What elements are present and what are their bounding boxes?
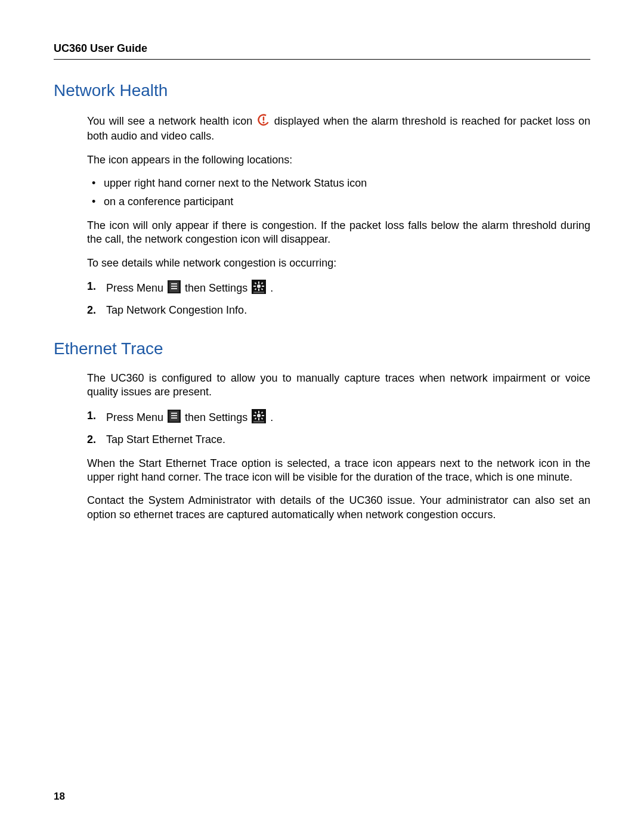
menu-icon xyxy=(168,280,181,297)
svg-rect-27 xyxy=(258,418,259,420)
step-list: Press Menu then Settings xyxy=(87,280,590,318)
paragraph: The UC360 is configured to allow you to … xyxy=(87,371,590,400)
list-item: Tap Start Ethernet Trace. xyxy=(87,433,590,447)
list-item: Press Menu then Settings xyxy=(87,409,590,427)
bullet-list: upper right hand corner next to the Netw… xyxy=(87,176,590,209)
svg-point-2 xyxy=(262,122,264,123)
svg-rect-21 xyxy=(171,413,177,414)
svg-rect-34 xyxy=(253,421,264,423)
svg-rect-6 xyxy=(171,286,177,287)
svg-rect-12 xyxy=(253,286,256,287)
svg-rect-5 xyxy=(171,283,177,284)
text: . xyxy=(270,411,273,423)
svg-rect-26 xyxy=(258,411,259,413)
list-item: on a conference participant xyxy=(87,195,590,209)
section-heading-ethernet-trace: Ethernet Trace xyxy=(54,338,590,360)
list-item: Tap Network Congestion Info. xyxy=(87,304,590,317)
section-body-ethernet-trace: The UC360 is configured to allow you to … xyxy=(87,371,590,522)
section-heading-network-health: Network Health xyxy=(54,80,590,101)
svg-rect-23 xyxy=(171,417,177,419)
paragraph: The icon appears in the following locati… xyxy=(87,153,590,167)
svg-rect-7 xyxy=(171,288,177,289)
list-item: upper right hand corner next to the Netw… xyxy=(87,176,590,190)
svg-rect-29 xyxy=(262,415,264,416)
text: You will see a network health icon xyxy=(87,115,256,127)
text: Press Menu xyxy=(106,282,166,294)
text: then Settings xyxy=(185,411,250,423)
settings-icon xyxy=(252,409,266,427)
svg-rect-1 xyxy=(262,116,264,120)
running-header: UC360 User Guide xyxy=(54,42,590,60)
network-health-icon xyxy=(258,114,270,129)
svg-rect-13 xyxy=(262,286,264,287)
list-item: Press Menu then Settings xyxy=(87,280,590,298)
paragraph: To see details while network congestion … xyxy=(87,256,590,270)
text: Press Menu xyxy=(106,411,166,423)
svg-point-9 xyxy=(257,284,261,288)
step-list: Press Menu then Settings xyxy=(87,409,590,447)
section-body-network-health: You will see a network health icon displ… xyxy=(87,114,590,318)
svg-rect-28 xyxy=(253,415,256,416)
page-number: 18 xyxy=(54,790,65,803)
text: . xyxy=(270,282,273,294)
text: then Settings xyxy=(185,282,250,294)
paragraph: The icon will only appear if there is co… xyxy=(87,219,590,247)
paragraph: When the Start Ethernet Trace option is … xyxy=(87,457,590,485)
paragraph: Contact the System Administrator with de… xyxy=(87,494,590,522)
svg-rect-11 xyxy=(258,289,259,291)
paragraph: You will see a network health icon displ… xyxy=(87,114,590,144)
menu-icon xyxy=(168,410,181,426)
svg-rect-10 xyxy=(258,281,259,284)
document-page: UC360 User Guide Network Health You will… xyxy=(0,0,644,833)
svg-rect-22 xyxy=(171,415,177,416)
svg-point-25 xyxy=(257,414,261,417)
settings-icon xyxy=(252,280,266,298)
svg-rect-18 xyxy=(253,292,264,293)
